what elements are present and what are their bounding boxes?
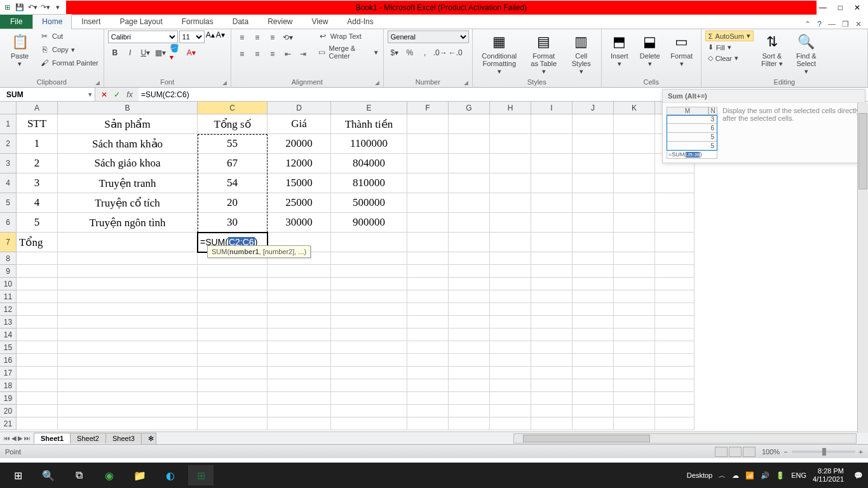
cell-G10[interactable] (449, 278, 490, 290)
format-as-table-button[interactable]: ▤Format as Table ▾ (525, 30, 563, 76)
cell-K7[interactable] (614, 233, 655, 252)
cell-A13[interactable] (17, 316, 58, 329)
cell-L4[interactable] (655, 173, 695, 193)
cell-G19[interactable] (449, 392, 490, 405)
cell-H19[interactable] (490, 392, 531, 405)
delete-cells-button[interactable]: ⬓Delete▾ (636, 30, 664, 69)
cell-K2[interactable] (614, 134, 655, 154)
decrease-indent-button[interactable]: ⇤ (281, 47, 295, 61)
excel-icon[interactable]: ⊞ (1, 2, 13, 13)
name-box-input[interactable] (0, 90, 86, 99)
cell-A7[interactable]: Tổng (17, 233, 58, 252)
cell-E15[interactable] (331, 341, 407, 354)
cell-I13[interactable] (531, 316, 573, 329)
cell-C10[interactable] (198, 278, 268, 290)
cell-B7[interactable] (58, 233, 198, 252)
cell-H6[interactable] (490, 213, 531, 233)
cell-G3[interactable] (449, 154, 490, 173)
cell-E19[interactable] (331, 392, 407, 405)
cell-B17[interactable] (58, 367, 198, 379)
increase-font-button[interactable]: A▴ (206, 30, 215, 43)
cell-J10[interactable] (573, 278, 614, 290)
column-header-D[interactable]: D (268, 102, 331, 114)
cell-A5[interactable]: 4 (17, 193, 58, 213)
cell-D13[interactable] (268, 316, 331, 329)
cell-G6[interactable] (449, 213, 490, 233)
cell-K21[interactable] (614, 417, 655, 430)
cell-D1[interactable]: Giá (268, 114, 331, 134)
data-tab[interactable]: Data (223, 14, 258, 29)
cell-A20[interactable] (17, 405, 58, 417)
cell-H21[interactable] (490, 417, 531, 430)
home-tab[interactable]: Home (32, 14, 72, 29)
cell-B3[interactable]: Sách giáo khoa (58, 154, 198, 173)
align-left-button[interactable]: ≡ (235, 47, 249, 61)
align-center-button[interactable]: ≡ (250, 47, 264, 61)
cell-G11[interactable] (449, 290, 490, 303)
cell-F11[interactable] (407, 290, 449, 303)
cell-K16[interactable] (614, 354, 655, 367)
cell-L15[interactable] (655, 341, 695, 354)
cell-J5[interactable] (573, 193, 614, 213)
cell-J7[interactable] (573, 233, 614, 252)
cell-H20[interactable] (490, 405, 531, 417)
row-header-21[interactable]: 21 (0, 417, 17, 430)
cell-I6[interactable] (531, 213, 573, 233)
undo-icon[interactable]: ↶▾ (27, 2, 38, 13)
cell-G15[interactable] (449, 341, 490, 354)
cell-A21[interactable] (17, 417, 58, 430)
cell-C5[interactable]: 20 (198, 193, 268, 213)
column-header-K[interactable]: K (614, 102, 655, 114)
sheet-nav-last-icon[interactable]: ⏭ (24, 435, 31, 442)
cell-C18[interactable] (198, 379, 268, 392)
alignment-dialog-icon[interactable]: ◢ (375, 79, 379, 86)
cell-C9[interactable] (198, 265, 268, 278)
cell-I5[interactable] (531, 193, 573, 213)
cell-L10[interactable] (655, 278, 695, 290)
start-button[interactable]: ⊞ (5, 465, 31, 485)
align-right-button[interactable]: ≡ (266, 47, 280, 61)
cell-L13[interactable] (655, 316, 695, 329)
cell-I14[interactable] (531, 329, 573, 341)
cell-H16[interactable] (490, 354, 531, 367)
cell-B16[interactable] (58, 354, 198, 367)
row-header-7[interactable]: 7 (0, 233, 17, 252)
cell-D19[interactable] (268, 392, 331, 405)
cell-K5[interactable] (614, 193, 655, 213)
cell-I4[interactable] (531, 173, 573, 193)
cell-G4[interactable] (449, 173, 490, 193)
column-header-J[interactable]: J (573, 102, 614, 114)
cell-I16[interactable] (531, 354, 573, 367)
cell-E3[interactable]: 804000 (331, 154, 407, 173)
cell-A18[interactable] (17, 379, 58, 392)
format-painter-button[interactable]: 🖌Format Painter (38, 57, 100, 69)
new-sheet-button[interactable]: ✻ (141, 433, 156, 444)
file-tab[interactable]: File (0, 14, 32, 29)
row-header-16[interactable]: 16 (0, 354, 17, 367)
cell-I12[interactable] (531, 303, 573, 316)
cell-C20[interactable] (198, 405, 268, 417)
cell-C16[interactable] (198, 354, 268, 367)
cell-A9[interactable] (17, 265, 58, 278)
cell-K20[interactable] (614, 405, 655, 417)
cell-J20[interactable] (573, 405, 614, 417)
cell-K8[interactable] (614, 252, 655, 265)
vertical-scroll-thumb[interactable] (858, 113, 867, 189)
cell-C1[interactable]: Tổng số (198, 114, 268, 134)
cell-A10[interactable] (17, 278, 58, 290)
cell-K17[interactable] (614, 367, 655, 379)
cell-B9[interactable] (58, 265, 198, 278)
cell-B19[interactable] (58, 392, 198, 405)
wrap-text-button[interactable]: ↩Wrap Text (316, 30, 379, 42)
cell-H2[interactable] (490, 134, 531, 154)
workbook-close-icon[interactable]: ✕ (855, 20, 862, 29)
cell-K1[interactable] (614, 114, 655, 134)
cell-H8[interactable] (490, 252, 531, 265)
zoom-slider[interactable] (792, 451, 855, 453)
cell-A4[interactable]: 3 (17, 173, 58, 193)
cell-C6[interactable]: 30 (198, 213, 268, 233)
cell-B8[interactable] (58, 252, 198, 265)
cell-C2[interactable]: 55 (198, 134, 268, 154)
cell-K15[interactable] (614, 341, 655, 354)
find-select-button[interactable]: 🔍Find & Select ▾ (790, 30, 822, 76)
